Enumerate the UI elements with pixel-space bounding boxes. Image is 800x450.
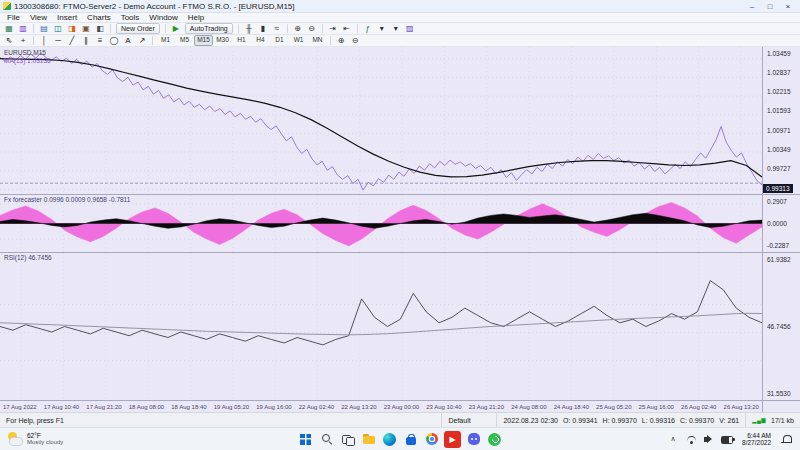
price-scale-label: 1.03459 bbox=[767, 50, 791, 57]
minimize-button[interactable]: – bbox=[743, 0, 761, 12]
autotrading-button[interactable]: AutoTrading bbox=[185, 23, 233, 34]
windows-taskbar: 62°F Mostly cloudy ▶ ∧ 6:44 AM 8/27/2022 bbox=[0, 427, 800, 450]
price-panel[interactable]: EURUSD,M15 MA(13) 1.03136 bbox=[0, 47, 762, 194]
menu-item[interactable]: Charts bbox=[82, 13, 116, 22]
toolbar-separator bbox=[165, 24, 166, 33]
search-button[interactable] bbox=[318, 431, 335, 448]
store-button[interactable] bbox=[402, 431, 419, 448]
timeframe-m15-button[interactable]: M15 bbox=[194, 35, 213, 46]
menu-item[interactable]: Help bbox=[183, 13, 209, 22]
timeframe-m5-button[interactable]: M5 bbox=[175, 35, 194, 46]
arrows-tool-icon[interactable]: ↗ bbox=[136, 35, 148, 46]
timeframe-d1-button[interactable]: D1 bbox=[270, 35, 289, 46]
candlestick-icon[interactable]: ▮ bbox=[257, 23, 269, 34]
indicators-icon[interactable]: ƒ bbox=[362, 23, 374, 34]
new-chart-icon[interactable]: ▦ bbox=[3, 23, 15, 34]
menu-item[interactable]: Insert bbox=[52, 13, 82, 22]
volume-icon[interactable] bbox=[701, 431, 717, 447]
timeframe-h4-button[interactable]: H4 bbox=[251, 35, 270, 46]
fibonacci-icon[interactable]: ≡ bbox=[94, 35, 106, 46]
panel-separator[interactable] bbox=[0, 252, 800, 253]
price-scale-label: 0.99727 bbox=[767, 165, 791, 172]
vertical-line-icon[interactable]: │ bbox=[38, 35, 50, 46]
time-axis-label: 23 Aug 00:00 bbox=[384, 404, 419, 410]
templates-icon[interactable]: ▨ bbox=[404, 23, 416, 34]
menu-item[interactable]: Tools bbox=[116, 13, 145, 22]
whatsapp-button[interactable] bbox=[486, 431, 503, 448]
line-chart-icon[interactable]: ≈ bbox=[271, 23, 283, 34]
profiles-icon[interactable]: ▥ bbox=[17, 23, 29, 34]
oscillator-scale-label: -0.2287 bbox=[767, 242, 789, 249]
crosshair-icon[interactable]: + bbox=[17, 35, 29, 46]
start-button[interactable] bbox=[297, 431, 314, 448]
time-axis-label: 18 Aug 08:00 bbox=[129, 404, 164, 410]
rsi-canvas[interactable] bbox=[0, 253, 762, 400]
indicator-panel-fx-forecaster[interactable]: Fx forecaster 0.0996 0.0009 0.9658 -0.78… bbox=[0, 195, 762, 252]
battery-icon[interactable] bbox=[719, 431, 735, 447]
zoom-out-icon[interactable]: ⊖ bbox=[349, 35, 361, 46]
timeframe-w1-button[interactable]: W1 bbox=[289, 35, 308, 46]
indicator-panel-rsi[interactable]: RSI(12) 46.7456 bbox=[0, 253, 762, 400]
menu-item[interactable]: Window bbox=[144, 13, 182, 22]
channel-icon[interactable]: ∥ bbox=[80, 35, 92, 46]
time-axis-label: 25 Aug 05:20 bbox=[596, 404, 631, 410]
hidden-icons-chevron[interactable]: ∧ bbox=[665, 431, 681, 447]
status-high: H: 0.99370 bbox=[603, 417, 637, 424]
toolbar-separator bbox=[238, 24, 239, 33]
data-window-icon[interactable]: ◫ bbox=[52, 23, 64, 34]
ohlc-bars-icon[interactable]: ╫ bbox=[243, 23, 255, 34]
trendline-icon[interactable]: ╱ bbox=[66, 35, 78, 46]
task-view-button[interactable] bbox=[339, 431, 356, 448]
strategy-tester-icon[interactable]: ◧ bbox=[94, 23, 106, 34]
chrome-button[interactable] bbox=[423, 431, 440, 448]
timeframe-m1-button[interactable]: M1 bbox=[156, 35, 175, 46]
panel-separator[interactable] bbox=[0, 194, 800, 195]
timeframe-m30-button[interactable]: M30 bbox=[213, 35, 232, 46]
network-icon[interactable] bbox=[683, 431, 699, 447]
toolbar-separator bbox=[287, 24, 288, 33]
youtube-button[interactable]: ▶ bbox=[444, 431, 461, 448]
timeframe-h1-button[interactable]: H1 bbox=[232, 35, 251, 46]
periods-dropdown-icon[interactable]: ▾ bbox=[390, 23, 402, 34]
market-watch-icon[interactable]: ▤ bbox=[38, 23, 50, 34]
toolbar-separator bbox=[110, 24, 111, 33]
notification-bell-icon[interactable] bbox=[778, 431, 794, 447]
rsi-indicator-label: RSI(12) 46.7456 bbox=[4, 254, 52, 262]
navigator-icon[interactable]: ◨ bbox=[66, 23, 78, 34]
edge-button[interactable] bbox=[381, 431, 398, 448]
price-scale-label: 1.01593 bbox=[767, 107, 791, 114]
toolbar-separator bbox=[152, 36, 153, 45]
price-scale-label: 1.02215 bbox=[767, 88, 791, 95]
autotrading-state-icon[interactable]: ▶ bbox=[170, 23, 182, 34]
zoom-out-icon[interactable]: ⊖ bbox=[306, 23, 318, 34]
price-chart-canvas[interactable] bbox=[0, 47, 762, 194]
timeframe-mn-button[interactable]: MN bbox=[308, 35, 327, 46]
toolbar-separator bbox=[357, 24, 358, 33]
taskbar-clock[interactable]: 6:44 AM 8/27/2022 bbox=[742, 432, 771, 447]
rsi-scale-label: 61.9382 bbox=[767, 256, 791, 263]
zoom-in-icon[interactable]: ⊕ bbox=[292, 23, 304, 34]
shapes-icon[interactable]: ◯ bbox=[108, 35, 120, 46]
maximize-button[interactable]: □ bbox=[761, 0, 779, 12]
time-axis-label: 18 Aug 18:40 bbox=[171, 404, 206, 410]
cursor-icon[interactable]: ⇖ bbox=[3, 35, 15, 46]
terminal-icon[interactable]: ▣ bbox=[80, 23, 92, 34]
discord-button[interactable] bbox=[465, 431, 482, 448]
auto-scroll-icon[interactable]: ⇥ bbox=[327, 23, 339, 34]
file-explorer-button[interactable] bbox=[360, 431, 377, 448]
new-order-button[interactable]: New Order bbox=[116, 23, 160, 34]
menu-item[interactable]: File bbox=[2, 13, 25, 22]
text-label-icon[interactable]: A bbox=[122, 35, 134, 46]
horizontal-line-icon[interactable]: ─ bbox=[52, 35, 64, 46]
zoom-in-icon[interactable]: ⊕ bbox=[335, 35, 347, 46]
time-axis[interactable]: 17 Aug 202217 Aug 10:4017 Aug 21:2018 Au… bbox=[0, 401, 762, 412]
time-axis-label: 25 Aug 16:00 bbox=[639, 404, 674, 410]
price-scale-column[interactable]: 1.034591.028371.022151.015931.009711.003… bbox=[762, 47, 800, 412]
taskbar-weather-widget[interactable]: 62°F Mostly cloudy bbox=[6, 430, 63, 448]
menu-item[interactable]: View bbox=[25, 13, 52, 22]
indicators-dropdown-icon[interactable]: ▾ bbox=[376, 23, 388, 34]
chart-shift-icon[interactable]: ⇤ bbox=[341, 23, 353, 34]
chart-area[interactable]: EURUSD,M15 MA(13) 1.03136 Fx forecaster … bbox=[0, 47, 800, 412]
close-button[interactable]: × bbox=[779, 0, 797, 12]
status-bar: For Help, press F1 Default 2022.08.23 02… bbox=[0, 412, 800, 427]
